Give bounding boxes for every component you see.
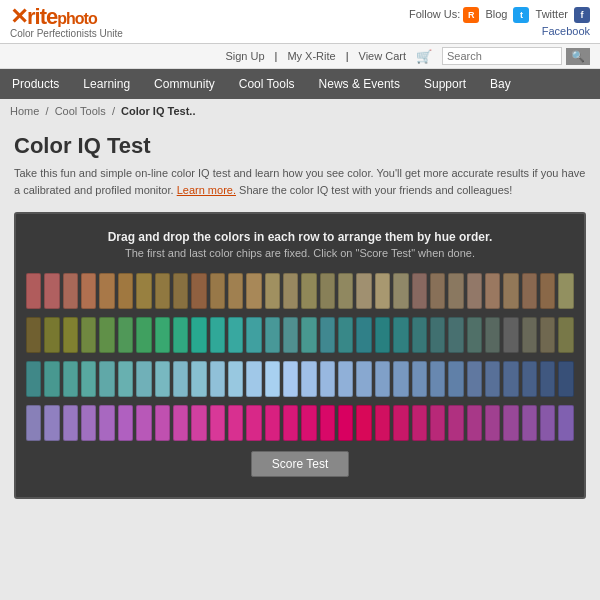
color-chip-r3-c29[interactable] (540, 361, 555, 397)
color-chip-r4-c17[interactable] (320, 405, 335, 441)
color-chip-r2-c16[interactable] (301, 317, 316, 353)
color-chip-r2-c22[interactable] (412, 317, 427, 353)
color-chip-r4-c10[interactable] (191, 405, 206, 441)
color-chip-r2-c28[interactable] (522, 317, 537, 353)
color-chip-r3-c5[interactable] (99, 361, 114, 397)
color-chip-r4-c27[interactable] (503, 405, 518, 441)
color-chip-r3-c10[interactable] (191, 361, 206, 397)
color-chip-r3-c27[interactable] (503, 361, 518, 397)
color-chip-r3-c14[interactable] (265, 361, 280, 397)
color-chip-r3-c11[interactable] (210, 361, 225, 397)
color-chip-r2-c21[interactable] (393, 317, 408, 353)
color-chip-r3-c24[interactable] (448, 361, 463, 397)
color-chip-r3-c12[interactable] (228, 361, 243, 397)
color-chip-r4-c5[interactable] (99, 405, 114, 441)
signup-link[interactable]: Sign Up (225, 50, 264, 62)
search-input[interactable] (442, 47, 562, 65)
color-chip-r4-c6[interactable] (118, 405, 133, 441)
color-chip-r4-c30[interactable] (558, 405, 573, 441)
color-chip-r2-c27[interactable] (503, 317, 518, 353)
color-chip-r1-c5[interactable] (99, 273, 114, 309)
color-chip-r3-c2[interactable] (44, 361, 59, 397)
color-chip-r3-c1[interactable] (26, 361, 41, 397)
color-chip-r2-c29[interactable] (540, 317, 555, 353)
color-chip-r1-c25[interactable] (467, 273, 482, 309)
color-chip-r1-c11[interactable] (210, 273, 225, 309)
color-chip-r1-c17[interactable] (320, 273, 335, 309)
color-chip-r2-c17[interactable] (320, 317, 335, 353)
blog-link[interactable]: Blog (485, 8, 507, 20)
color-chip-r3-c22[interactable] (412, 361, 427, 397)
color-chip-r3-c21[interactable] (393, 361, 408, 397)
color-chip-r2-c30[interactable] (558, 317, 573, 353)
color-chip-r1-c12[interactable] (228, 273, 243, 309)
color-chip-r2-c23[interactable] (430, 317, 445, 353)
myxrite-link[interactable]: My X-Rite (287, 50, 335, 62)
color-chip-r4-c4[interactable] (81, 405, 96, 441)
color-chip-r2-c11[interactable] (210, 317, 225, 353)
color-chip-r1-c22[interactable] (412, 273, 427, 309)
color-chip-r3-c13[interactable] (246, 361, 261, 397)
color-chip-r2-c2[interactable] (44, 317, 59, 353)
color-chip-r1-c4[interactable] (81, 273, 96, 309)
color-chip-r4-c8[interactable] (155, 405, 170, 441)
nav-products[interactable]: Products (0, 69, 71, 99)
color-chip-r1-c2[interactable] (44, 273, 59, 309)
color-chip-r1-c8[interactable] (155, 273, 170, 309)
color-chip-r2-c1[interactable] (26, 317, 41, 353)
color-chip-r2-c4[interactable] (81, 317, 96, 353)
color-chip-r2-c13[interactable] (246, 317, 261, 353)
color-chip-r3-c28[interactable] (522, 361, 537, 397)
color-chip-r2-c6[interactable] (118, 317, 133, 353)
color-chip-r4-c9[interactable] (173, 405, 188, 441)
color-chip-r3-c25[interactable] (467, 361, 482, 397)
color-chip-r2-c9[interactable] (173, 317, 188, 353)
color-chip-r2-c15[interactable] (283, 317, 298, 353)
color-chip-r2-c18[interactable] (338, 317, 353, 353)
facebook-icon[interactable]: f (574, 7, 590, 23)
color-chip-r1-c6[interactable] (118, 273, 133, 309)
color-chip-r4-c29[interactable] (540, 405, 555, 441)
color-chip-r2-c20[interactable] (375, 317, 390, 353)
color-chip-r1-c28[interactable] (522, 273, 537, 309)
color-chip-r2-c10[interactable] (191, 317, 206, 353)
color-chip-r2-c26[interactable] (485, 317, 500, 353)
nav-learning[interactable]: Learning (71, 69, 142, 99)
color-chip-r2-c3[interactable] (63, 317, 78, 353)
color-chip-r4-c16[interactable] (301, 405, 316, 441)
color-chip-r4-c2[interactable] (44, 405, 59, 441)
color-chip-r1-c3[interactable] (63, 273, 78, 309)
color-chip-r1-c14[interactable] (265, 273, 280, 309)
search-button[interactable]: 🔍 (566, 48, 590, 65)
color-chip-r3-c26[interactable] (485, 361, 500, 397)
color-chip-r4-c13[interactable] (246, 405, 261, 441)
color-chip-r4-c26[interactable] (485, 405, 500, 441)
color-chip-r3-c3[interactable] (63, 361, 78, 397)
color-chip-r4-c3[interactable] (63, 405, 78, 441)
color-chip-r1-c27[interactable] (503, 273, 518, 309)
nav-community[interactable]: Community (142, 69, 227, 99)
color-chip-r4-c1[interactable] (26, 405, 41, 441)
color-chip-r2-c12[interactable] (228, 317, 243, 353)
color-chip-r3-c16[interactable] (301, 361, 316, 397)
color-chip-r4-c22[interactable] (412, 405, 427, 441)
color-chip-r3-c8[interactable] (155, 361, 170, 397)
color-chip-r1-c21[interactable] (393, 273, 408, 309)
facebook-link[interactable]: Facebook (409, 25, 590, 37)
color-chip-r4-c12[interactable] (228, 405, 243, 441)
color-chip-r3-c7[interactable] (136, 361, 151, 397)
color-chip-r2-c7[interactable] (136, 317, 151, 353)
color-chip-r3-c19[interactable] (356, 361, 371, 397)
color-chip-r4-c20[interactable] (375, 405, 390, 441)
color-chip-r4-c19[interactable] (356, 405, 371, 441)
twitter-icon[interactable]: t (513, 7, 529, 23)
nav-support[interactable]: Support (412, 69, 478, 99)
color-chip-r4-c23[interactable] (430, 405, 445, 441)
color-chip-r1-c18[interactable] (338, 273, 353, 309)
color-chip-r1-c10[interactable] (191, 273, 206, 309)
color-chip-r1-c26[interactable] (485, 273, 500, 309)
nav-bay[interactable]: Bay (478, 69, 523, 99)
color-chip-r3-c23[interactable] (430, 361, 445, 397)
rss-icon[interactable]: R (463, 7, 479, 23)
color-chip-r2-c19[interactable] (356, 317, 371, 353)
